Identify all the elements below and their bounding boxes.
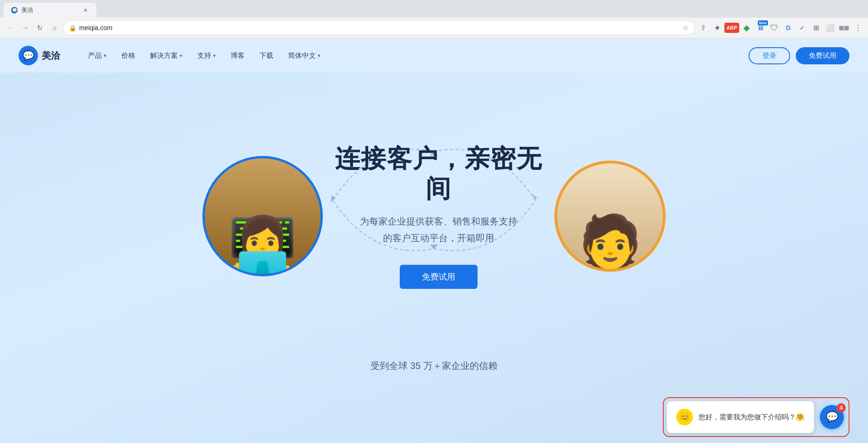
nav-price[interactable]: 价格 (121, 51, 135, 60)
hero-left-image (202, 156, 323, 276)
tab-bar: 💬 美洽 ✕ (0, 0, 868, 18)
chat-message-text: 您好，需要我为您做下介绍吗？🤗 (698, 413, 805, 422)
extensions-button[interactable]: ⊞ (810, 21, 823, 34)
tab-favicon: 💬 (11, 7, 18, 13)
screen-extension-button[interactable]: 🖥 New (754, 21, 767, 34)
nav-support[interactable]: 支持 ▾ (197, 51, 216, 60)
active-tab[interactable]: 💬 美洽 ✕ (4, 3, 96, 18)
reload-button[interactable]: ↻ (33, 21, 46, 34)
login-button[interactable]: 登录 (748, 47, 790, 64)
free-trial-nav-button[interactable]: 免费试用 (796, 47, 849, 64)
hero-right-image (554, 161, 666, 272)
logo-emoji: 💬 (23, 50, 34, 61)
translate-extension-button[interactable]: G (782, 21, 795, 34)
hero-center-content: 连接客户，亲密无间 为每家企业提供获客、销售和服务支持 的客户互动平台，开箱即用… (323, 144, 554, 289)
chevron-down-icon: ▾ (104, 53, 107, 59)
split-view-button[interactable]: ⬜ (824, 21, 837, 34)
abp-extension-button[interactable]: ABP (724, 23, 739, 33)
tab-close-button[interactable]: ✕ (82, 6, 89, 14)
chat-avatar: 😊 (676, 409, 693, 425)
logo-text: 美洽 (42, 50, 60, 62)
lock-icon: 🔒 (69, 25, 76, 31)
chat-widget-container: 😊 您好，需要我为您做下介绍吗？🤗 💬 4 (663, 397, 849, 437)
nav-links: 产品 ▾ 价格 解决方案 ▾ 支持 ▾ 博客 下载 简体中文 ▾ (88, 51, 748, 60)
nav-language[interactable]: 简体中文 ▾ (288, 51, 321, 60)
tab-title: 美洽 (21, 6, 33, 14)
hero-subtitle: 为每家企业提供获客、销售和服务支持 的客户互动平台，开箱即用 (323, 213, 554, 246)
bookmark-button[interactable]: ★ (711, 21, 723, 34)
site-navigation: 💬 美洽 产品 ▾ 价格 解决方案 ▾ 支持 ▾ 博客 (0, 38, 868, 73)
forward-button[interactable]: → (19, 21, 31, 34)
chat-bubble[interactable]: 😊 您好，需要我为您做下介绍吗？🤗 (667, 401, 814, 433)
back-button[interactable]: ← (4, 21, 17, 34)
trust-text: 受到全球 35 万＋家企业的信赖 (0, 350, 868, 386)
nav-products[interactable]: 产品 ▾ (88, 51, 107, 60)
nav-actions: 登录 免费试用 (748, 47, 849, 64)
website-content: 💬 美洽 产品 ▾ 价格 解决方案 ▾ 支持 ▾ 博客 (0, 38, 868, 443)
chevron-down-icon: ▾ (213, 53, 216, 59)
menu-button[interactable]: ⋮ (851, 21, 864, 34)
logo-icon: 💬 (19, 46, 38, 65)
chat-open-button[interactable]: 💬 4 (820, 405, 844, 429)
share-button[interactable]: ⇧ (697, 21, 710, 34)
nav-download[interactable]: 下载 (259, 51, 273, 60)
bookmark-star-icon[interactable]: ☆ (683, 24, 689, 31)
chevron-down-icon: ▾ (318, 53, 321, 59)
nav-solutions[interactable]: 解决方案 ▾ (150, 51, 182, 60)
browser-toolbar: ← → ↻ ⌂ 🔒 meiqia.com ☆ ⇧ ★ ABP ◆ 🖥 New 🛡… (0, 18, 868, 38)
home-button[interactable]: ⌂ (48, 21, 61, 34)
vpn-extension-button[interactable]: 🛡 (768, 21, 781, 34)
hero-title: 连接客户，亲密无间 (323, 144, 554, 204)
browser-chrome: 💬 美洽 ✕ ← → ↻ ⌂ 🔒 meiqia.com ☆ ⇧ ★ ABP ◆ … (0, 0, 868, 38)
check-extension-button[interactable]: ✓ (796, 21, 809, 34)
chat-unread-badge: 4 (837, 403, 846, 412)
address-bar[interactable]: 🔒 meiqia.com ☆ (63, 20, 695, 35)
logo-area[interactable]: 💬 美洽 (19, 46, 60, 65)
nav-blog[interactable]: 博客 (231, 51, 245, 60)
chevron-down-icon: ▾ (180, 53, 182, 59)
toolbar-actions: ⇧ ★ ABP ◆ 🖥 New 🛡 G ✓ ⊞ ⬜ ▦▦ ⋮ (697, 21, 864, 34)
grid-view-button[interactable]: ▦▦ (837, 21, 850, 34)
chat-widget-area: 😊 您好，需要我为您做下介绍吗？🤗 💬 4 (663, 397, 849, 437)
new-badge: New (758, 20, 768, 25)
free-trial-hero-button[interactable]: 免费试用 (400, 265, 478, 289)
shopping-extension-button[interactable]: ◆ (740, 21, 753, 34)
hero-section: 连接客户，亲密无间 为每家企业提供获客、销售和服务支持 的客户互动平台，开箱即用… (0, 73, 868, 350)
url-text: meiqia.com (79, 24, 680, 31)
